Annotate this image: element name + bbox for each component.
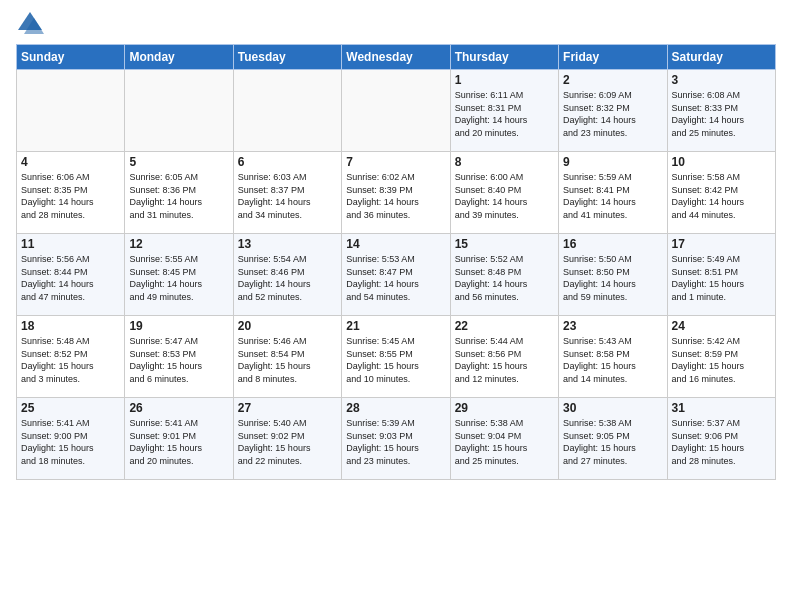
col-header-thursday: Thursday [450, 45, 558, 70]
day-info: Sunrise: 5:49 AM Sunset: 8:51 PM Dayligh… [672, 253, 771, 303]
day-cell: 29Sunrise: 5:38 AM Sunset: 9:04 PM Dayli… [450, 398, 558, 480]
day-cell: 17Sunrise: 5:49 AM Sunset: 8:51 PM Dayli… [667, 234, 775, 316]
week-row-5: 25Sunrise: 5:41 AM Sunset: 9:00 PM Dayli… [17, 398, 776, 480]
day-number: 23 [563, 319, 662, 333]
day-number: 1 [455, 73, 554, 87]
day-cell: 19Sunrise: 5:47 AM Sunset: 8:53 PM Dayli… [125, 316, 233, 398]
day-cell: 14Sunrise: 5:53 AM Sunset: 8:47 PM Dayli… [342, 234, 450, 316]
day-info: Sunrise: 5:43 AM Sunset: 8:58 PM Dayligh… [563, 335, 662, 385]
day-info: Sunrise: 5:46 AM Sunset: 8:54 PM Dayligh… [238, 335, 337, 385]
day-info: Sunrise: 5:38 AM Sunset: 9:04 PM Dayligh… [455, 417, 554, 467]
calendar-table: SundayMondayTuesdayWednesdayThursdayFrid… [16, 44, 776, 480]
header-row: SundayMondayTuesdayWednesdayThursdayFrid… [17, 45, 776, 70]
day-info: Sunrise: 5:53 AM Sunset: 8:47 PM Dayligh… [346, 253, 445, 303]
col-header-monday: Monday [125, 45, 233, 70]
day-cell: 26Sunrise: 5:41 AM Sunset: 9:01 PM Dayli… [125, 398, 233, 480]
day-number: 10 [672, 155, 771, 169]
day-number: 19 [129, 319, 228, 333]
day-number: 20 [238, 319, 337, 333]
day-cell: 6Sunrise: 6:03 AM Sunset: 8:37 PM Daylig… [233, 152, 341, 234]
col-header-saturday: Saturday [667, 45, 775, 70]
day-cell: 5Sunrise: 6:05 AM Sunset: 8:36 PM Daylig… [125, 152, 233, 234]
day-info: Sunrise: 5:44 AM Sunset: 8:56 PM Dayligh… [455, 335, 554, 385]
day-number: 11 [21, 237, 120, 251]
day-number: 15 [455, 237, 554, 251]
day-number: 21 [346, 319, 445, 333]
day-cell: 31Sunrise: 5:37 AM Sunset: 9:06 PM Dayli… [667, 398, 775, 480]
day-number: 3 [672, 73, 771, 87]
day-cell: 18Sunrise: 5:48 AM Sunset: 8:52 PM Dayli… [17, 316, 125, 398]
day-number: 9 [563, 155, 662, 169]
day-info: Sunrise: 5:55 AM Sunset: 8:45 PM Dayligh… [129, 253, 228, 303]
day-cell: 20Sunrise: 5:46 AM Sunset: 8:54 PM Dayli… [233, 316, 341, 398]
day-info: Sunrise: 5:54 AM Sunset: 8:46 PM Dayligh… [238, 253, 337, 303]
day-cell: 2Sunrise: 6:09 AM Sunset: 8:32 PM Daylig… [559, 70, 667, 152]
day-info: Sunrise: 6:09 AM Sunset: 8:32 PM Dayligh… [563, 89, 662, 139]
week-row-3: 11Sunrise: 5:56 AM Sunset: 8:44 PM Dayli… [17, 234, 776, 316]
day-info: Sunrise: 5:59 AM Sunset: 8:41 PM Dayligh… [563, 171, 662, 221]
day-cell: 27Sunrise: 5:40 AM Sunset: 9:02 PM Dayli… [233, 398, 341, 480]
day-number: 26 [129, 401, 228, 415]
day-cell: 15Sunrise: 5:52 AM Sunset: 8:48 PM Dayli… [450, 234, 558, 316]
day-number: 5 [129, 155, 228, 169]
col-header-wednesday: Wednesday [342, 45, 450, 70]
day-cell [125, 70, 233, 152]
day-cell: 8Sunrise: 6:00 AM Sunset: 8:40 PM Daylig… [450, 152, 558, 234]
logo [16, 10, 48, 38]
day-cell: 9Sunrise: 5:59 AM Sunset: 8:41 PM Daylig… [559, 152, 667, 234]
day-info: Sunrise: 6:00 AM Sunset: 8:40 PM Dayligh… [455, 171, 554, 221]
day-info: Sunrise: 5:41 AM Sunset: 9:01 PM Dayligh… [129, 417, 228, 467]
day-cell: 30Sunrise: 5:38 AM Sunset: 9:05 PM Dayli… [559, 398, 667, 480]
week-row-4: 18Sunrise: 5:48 AM Sunset: 8:52 PM Dayli… [17, 316, 776, 398]
day-info: Sunrise: 5:47 AM Sunset: 8:53 PM Dayligh… [129, 335, 228, 385]
day-number: 6 [238, 155, 337, 169]
day-info: Sunrise: 5:39 AM Sunset: 9:03 PM Dayligh… [346, 417, 445, 467]
day-info: Sunrise: 6:05 AM Sunset: 8:36 PM Dayligh… [129, 171, 228, 221]
day-cell: 7Sunrise: 6:02 AM Sunset: 8:39 PM Daylig… [342, 152, 450, 234]
day-cell: 25Sunrise: 5:41 AM Sunset: 9:00 PM Dayli… [17, 398, 125, 480]
day-info: Sunrise: 5:40 AM Sunset: 9:02 PM Dayligh… [238, 417, 337, 467]
day-info: Sunrise: 5:48 AM Sunset: 8:52 PM Dayligh… [21, 335, 120, 385]
day-cell: 1Sunrise: 6:11 AM Sunset: 8:31 PM Daylig… [450, 70, 558, 152]
day-info: Sunrise: 5:37 AM Sunset: 9:06 PM Dayligh… [672, 417, 771, 467]
day-number: 25 [21, 401, 120, 415]
day-number: 4 [21, 155, 120, 169]
day-cell: 11Sunrise: 5:56 AM Sunset: 8:44 PM Dayli… [17, 234, 125, 316]
day-number: 2 [563, 73, 662, 87]
day-number: 13 [238, 237, 337, 251]
day-cell: 3Sunrise: 6:08 AM Sunset: 8:33 PM Daylig… [667, 70, 775, 152]
day-cell: 24Sunrise: 5:42 AM Sunset: 8:59 PM Dayli… [667, 316, 775, 398]
day-cell: 4Sunrise: 6:06 AM Sunset: 8:35 PM Daylig… [17, 152, 125, 234]
day-cell: 13Sunrise: 5:54 AM Sunset: 8:46 PM Dayli… [233, 234, 341, 316]
day-cell [342, 70, 450, 152]
day-info: Sunrise: 6:08 AM Sunset: 8:33 PM Dayligh… [672, 89, 771, 139]
calendar-page: SundayMondayTuesdayWednesdayThursdayFrid… [0, 0, 792, 612]
day-info: Sunrise: 5:50 AM Sunset: 8:50 PM Dayligh… [563, 253, 662, 303]
day-info: Sunrise: 5:58 AM Sunset: 8:42 PM Dayligh… [672, 171, 771, 221]
header [16, 10, 776, 38]
day-number: 12 [129, 237, 228, 251]
day-number: 16 [563, 237, 662, 251]
day-number: 28 [346, 401, 445, 415]
day-info: Sunrise: 6:06 AM Sunset: 8:35 PM Dayligh… [21, 171, 120, 221]
day-number: 31 [672, 401, 771, 415]
day-info: Sunrise: 6:02 AM Sunset: 8:39 PM Dayligh… [346, 171, 445, 221]
day-cell: 28Sunrise: 5:39 AM Sunset: 9:03 PM Dayli… [342, 398, 450, 480]
day-info: Sunrise: 5:56 AM Sunset: 8:44 PM Dayligh… [21, 253, 120, 303]
day-number: 7 [346, 155, 445, 169]
day-info: Sunrise: 6:11 AM Sunset: 8:31 PM Dayligh… [455, 89, 554, 139]
week-row-2: 4Sunrise: 6:06 AM Sunset: 8:35 PM Daylig… [17, 152, 776, 234]
day-number: 27 [238, 401, 337, 415]
day-cell [233, 70, 341, 152]
col-header-sunday: Sunday [17, 45, 125, 70]
day-info: Sunrise: 5:41 AM Sunset: 9:00 PM Dayligh… [21, 417, 120, 467]
day-cell: 23Sunrise: 5:43 AM Sunset: 8:58 PM Dayli… [559, 316, 667, 398]
day-number: 14 [346, 237, 445, 251]
day-number: 8 [455, 155, 554, 169]
day-number: 24 [672, 319, 771, 333]
day-cell: 22Sunrise: 5:44 AM Sunset: 8:56 PM Dayli… [450, 316, 558, 398]
day-info: Sunrise: 5:52 AM Sunset: 8:48 PM Dayligh… [455, 253, 554, 303]
day-cell: 10Sunrise: 5:58 AM Sunset: 8:42 PM Dayli… [667, 152, 775, 234]
day-cell: 21Sunrise: 5:45 AM Sunset: 8:55 PM Dayli… [342, 316, 450, 398]
day-info: Sunrise: 5:38 AM Sunset: 9:05 PM Dayligh… [563, 417, 662, 467]
